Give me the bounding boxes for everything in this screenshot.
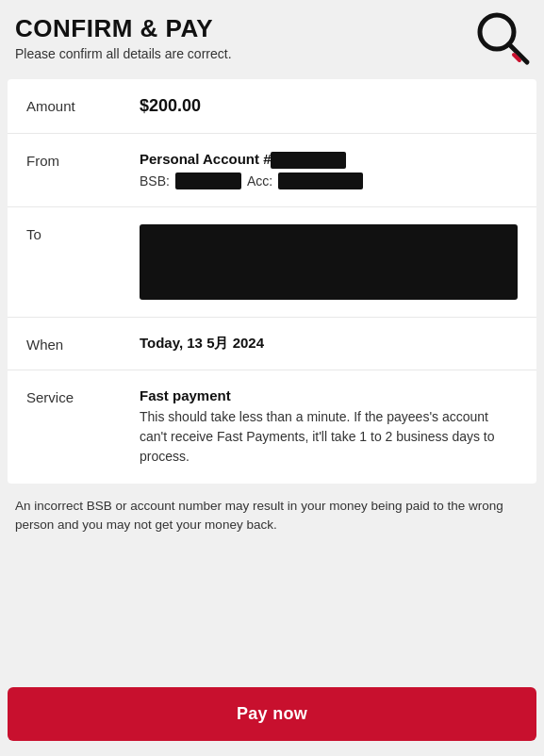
when-label: When (26, 335, 140, 353)
pay-button-container: Pay now (0, 678, 544, 756)
when-row: When Today, 13 5月 2024 (8, 318, 536, 370)
pay-now-button[interactable]: Pay now (8, 687, 536, 741)
details-card: Amount $200.00 From Personal Account # B… (8, 79, 536, 484)
page-subtitle: Please confirm all details are correct. (15, 46, 472, 61)
warning-section: An incorrect BSB or account number may r… (0, 484, 544, 545)
from-account-prefix: Personal Account # (140, 151, 271, 167)
from-bsb-row: BSB: Acc: (140, 173, 518, 189)
acc-label: Acc: (247, 173, 272, 189)
service-title: Fast payment (140, 387, 518, 403)
magnifier-icon (472, 8, 533, 68)
service-value: Fast payment This should take less than … (140, 387, 518, 467)
amount-label: Amount (26, 96, 140, 114)
amount-row: Amount $200.00 (8, 79, 536, 134)
bsb-label: BSB: (140, 173, 170, 189)
header-left: CONFIRM & PAY Please confirm all details… (15, 15, 472, 61)
amount-value: $200.00 (140, 96, 518, 116)
warning-text: An incorrect BSB or account number may r… (15, 499, 503, 532)
page-title: CONFIRM & PAY (15, 15, 472, 42)
to-label: To (26, 224, 140, 242)
to-row: To (8, 207, 536, 318)
service-row: Service Fast payment This should take le… (8, 370, 536, 484)
from-value: Personal Account # BSB: Acc: (140, 151, 518, 189)
when-value: Today, 13 5月 2024 (140, 335, 518, 353)
redacted-acc (278, 173, 363, 189)
redacted-account-number (271, 152, 346, 169)
from-label: From (26, 151, 140, 169)
redacted-bsb (175, 173, 241, 189)
to-value (140, 224, 518, 300)
from-account-name: Personal Account # (140, 151, 518, 169)
from-row: From Personal Account # BSB: Acc: (8, 134, 536, 207)
redacted-to (140, 224, 518, 300)
service-label: Service (26, 387, 140, 405)
service-description: This should take less than a minute. If … (140, 407, 518, 467)
page-header: CONFIRM & PAY Please confirm all details… (0, 0, 544, 79)
